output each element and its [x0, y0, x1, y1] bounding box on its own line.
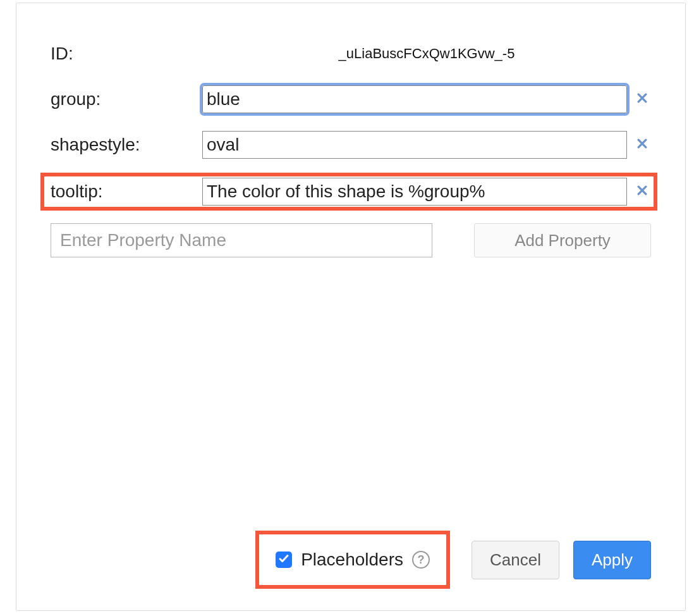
check-icon	[278, 553, 289, 567]
close-icon	[636, 137, 648, 152]
add-property-row: Add Property	[51, 223, 651, 257]
shapestyle-input[interactable]	[202, 131, 627, 159]
delete-tooltip-button[interactable]	[633, 183, 651, 200]
tooltip-input[interactable]	[202, 178, 627, 206]
cancel-button[interactable]: Cancel	[472, 541, 559, 579]
placeholders-checkbox[interactable]	[276, 551, 292, 568]
tooltip-row: tooltip:	[43, 175, 655, 208]
close-icon	[636, 184, 648, 199]
add-property-button[interactable]: Add Property	[474, 223, 651, 257]
close-icon	[636, 92, 648, 107]
id-label: ID:	[51, 44, 202, 64]
group-input[interactable]	[202, 85, 627, 113]
dialog-footer: Placeholders ? Cancel Apply	[16, 534, 685, 585]
id-row: ID: _uLiaBuscFCxQw1KGvw_-5	[51, 39, 651, 69]
shapestyle-row: shapestyle:	[51, 130, 651, 160]
tooltip-label: tooltip:	[47, 182, 202, 202]
group-row: group:	[51, 84, 651, 114]
apply-button[interactable]: Apply	[573, 541, 651, 579]
edit-properties-dialog: ID: _uLiaBuscFCxQw1KGvw_-5 group: shapes…	[16, 3, 686, 611]
placeholders-group: Placeholders ?	[259, 534, 446, 585]
delete-shapestyle-button[interactable]	[633, 136, 651, 154]
new-property-input[interactable]	[51, 223, 432, 257]
delete-group-button[interactable]	[633, 90, 651, 108]
shapestyle-label: shapestyle:	[51, 135, 202, 155]
help-icon[interactable]: ?	[412, 551, 430, 569]
group-label: group:	[51, 89, 202, 109]
id-value: _uLiaBuscFCxQw1KGvw_-5	[339, 46, 515, 62]
placeholders-label: Placeholders	[301, 550, 403, 570]
